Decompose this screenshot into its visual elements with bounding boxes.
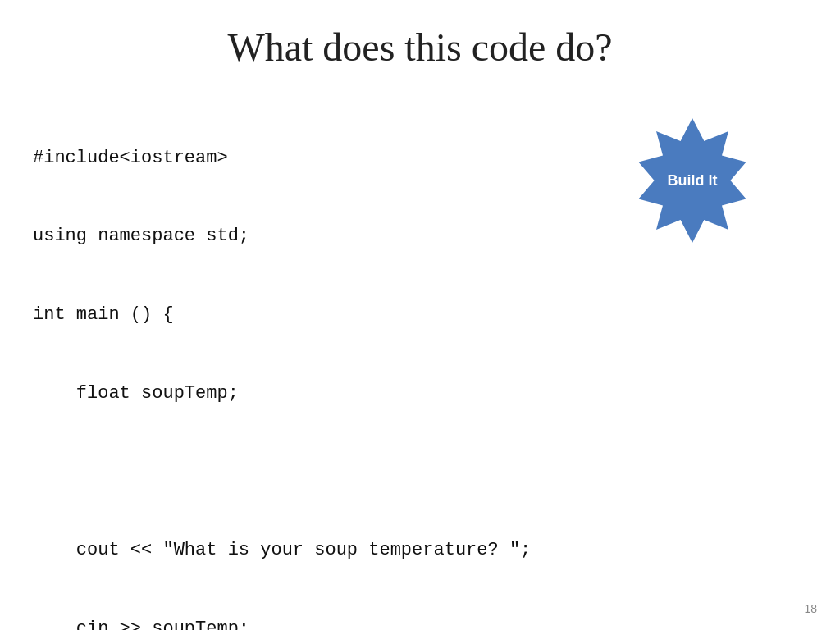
code-line-7: cin >> soupTemp;	[33, 616, 807, 630]
page-number: 18	[804, 602, 817, 615]
svg-marker-0	[638, 118, 746, 243]
code-line-5	[33, 459, 807, 485]
code-line-4: float soupTemp;	[33, 381, 807, 407]
starburst-container: Build It	[610, 98, 774, 262]
starburst-svg	[627, 115, 758, 246]
starburst-shape: Build It	[627, 115, 758, 246]
slide-title: What does this code do?	[33, 25, 807, 70]
slide: What does this code do? #include<iostrea…	[0, 0, 840, 630]
code-line-6: cout << "What is your soup temperature? …	[33, 537, 807, 564]
code-line-3: int main () {	[33, 302, 807, 328]
